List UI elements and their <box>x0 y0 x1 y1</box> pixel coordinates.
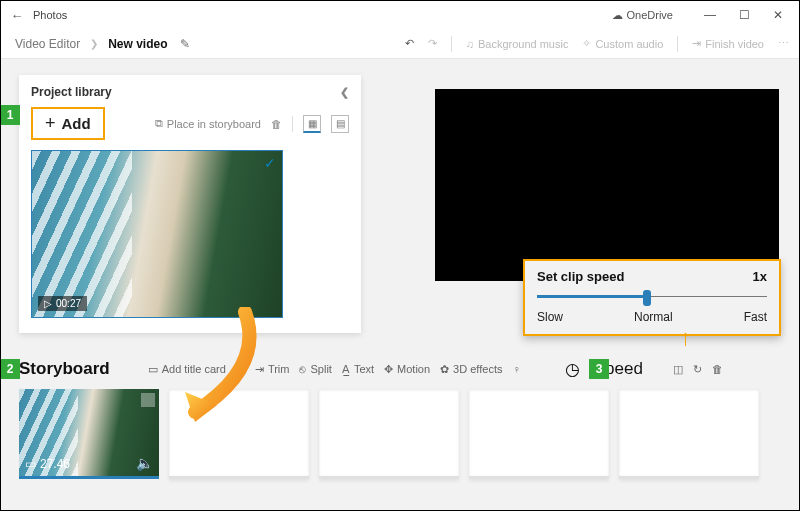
onedrive-label: OneDrive <box>627 9 673 21</box>
divider <box>451 36 452 52</box>
speed-normal-label: Normal <box>634 310 673 324</box>
plus-icon: + <box>45 113 56 134</box>
maximize-button[interactable]: ☐ <box>727 8 761 22</box>
add-button[interactable]: + Add <box>31 107 105 140</box>
add-title-card-button[interactable]: ▭Add title card <box>148 363 226 376</box>
divider <box>240 361 241 377</box>
frame-icon: ▭ <box>25 457 36 471</box>
place-in-storyboard-button[interactable]: ⧉ Place in storyboard <box>155 117 261 130</box>
close-button[interactable]: ✕ <box>761 8 795 22</box>
card-icon: ▭ <box>148 363 158 376</box>
music-icon: ♫ <box>466 38 474 50</box>
rotate-button[interactable]: ↻ <box>693 363 702 376</box>
callout-3: 3 <box>589 359 609 379</box>
check-icon: ✓ <box>264 155 276 171</box>
play-icon: ▷ <box>44 298 52 309</box>
split-icon: ⎋ <box>299 363 306 375</box>
up-arrow-annotation: ↑ <box>680 325 691 351</box>
wand-icon: ✧ <box>582 37 591 50</box>
breadcrumb-current[interactable]: New video <box>104 35 171 53</box>
speed-icon: ◷ <box>565 359 580 380</box>
grid-large-button[interactable]: ▦ <box>303 115 321 133</box>
undo-button[interactable]: ↶ <box>405 37 414 50</box>
3d-effects-button[interactable]: ✿3D effects <box>440 363 502 376</box>
library-clip-thumbnail[interactable]: ✓ ▷ 00:27 <box>31 150 283 318</box>
storyboard-title: Storyboard <box>19 359 110 379</box>
grid-small-button[interactable]: ▤ <box>331 115 349 133</box>
delete-clip-button[interactable]: 🗑 <box>712 363 723 375</box>
divider <box>292 116 293 132</box>
breadcrumb-parent[interactable]: Video Editor <box>11 35 84 53</box>
custom-audio-button[interactable]: ✧Custom audio <box>582 37 663 50</box>
storyboard-icon: ⧉ <box>155 117 163 130</box>
speed-popup: Set clip speed 1x Slow Normal Fast <box>523 259 781 336</box>
divider <box>677 36 678 52</box>
sparkle-icon: ✿ <box>440 363 449 376</box>
crop-button[interactable]: ◫ <box>673 363 683 376</box>
audio-icon: 🔈 <box>136 455 153 471</box>
motion-icon: ✥ <box>384 363 393 376</box>
back-button[interactable]: ← <box>5 8 29 23</box>
main-area: 1 2 3 Project library ❮ + Add ⧉ Place in… <box>1 59 799 510</box>
project-library-panel: Project library ❮ + Add ⧉ Place in story… <box>19 75 361 333</box>
export-icon: ⇥ <box>692 37 701 50</box>
motion-button[interactable]: ✥Motion <box>384 363 430 376</box>
pencil-icon[interactable]: ✎ <box>180 37 190 51</box>
more-button[interactable]: ⋯ <box>778 37 789 50</box>
speed-slow-label: Slow <box>537 310 563 324</box>
clip-duration: ▭27.46 <box>25 457 70 471</box>
text-icon: A̲ <box>342 363 350 376</box>
title-bar: ← Photos ☁ OneDrive — ☐ ✕ <box>1 1 799 29</box>
speed-value: 1x <box>753 269 767 284</box>
project-library-title: Project library <box>31 85 112 99</box>
callout-1: 1 <box>0 105 20 125</box>
cloud-icon: ☁ <box>612 9 623 22</box>
trim-button[interactable]: ⇥Trim <box>255 363 290 376</box>
app-title: Photos <box>29 9 67 21</box>
redo-button[interactable]: ↷ <box>428 37 437 50</box>
finish-video-button[interactable]: ⇥Finish video <box>692 37 764 50</box>
chevron-right-icon: ❯ <box>90 38 98 49</box>
collapse-button[interactable]: ❮ <box>340 86 349 99</box>
onedrive-button[interactable]: ☁ OneDrive <box>612 9 673 22</box>
filters-button[interactable]: ♀ <box>512 363 520 375</box>
minimize-button[interactable]: — <box>693 8 727 22</box>
storyboard-slot[interactable] <box>319 389 459 479</box>
text-button[interactable]: A̲Text <box>342 363 374 376</box>
storyboard-track: ▭27.46 🔈 <box>19 389 779 485</box>
callout-2: 2 <box>0 359 20 379</box>
clip-duration-badge: ▷ 00:27 <box>38 296 87 311</box>
split-button[interactable]: ⎋Split <box>299 363 331 375</box>
storyboard-clip[interactable]: ▭27.46 🔈 <box>19 389 159 479</box>
background-music-button[interactable]: ♫Background music <box>466 38 569 50</box>
storyboard-slot[interactable] <box>619 389 759 479</box>
app-window: ← Photos ☁ OneDrive — ☐ ✕ Video Editor ❯… <box>0 0 800 511</box>
breadcrumb-bar: Video Editor ❯ New video ✎ ↶ ↷ ♫Backgrou… <box>1 29 799 59</box>
storyboard-slot[interactable] <box>169 389 309 479</box>
storyboard-toolbar: Storyboard ▭Add title card ⇥Trim ⎋Split … <box>19 355 779 383</box>
speed-popup-title: Set clip speed <box>537 269 624 284</box>
trim-icon: ⇥ <box>255 363 264 376</box>
storyboard-slot[interactable] <box>469 389 609 479</box>
clip-grip-icon <box>141 393 155 407</box>
speed-fast-label: Fast <box>744 310 767 324</box>
slider-thumb[interactable] <box>643 290 651 306</box>
speed-slider[interactable] <box>537 290 767 304</box>
delete-button[interactable]: 🗑 <box>271 118 282 130</box>
video-preview[interactable] <box>435 89 779 281</box>
add-label: Add <box>62 115 91 132</box>
